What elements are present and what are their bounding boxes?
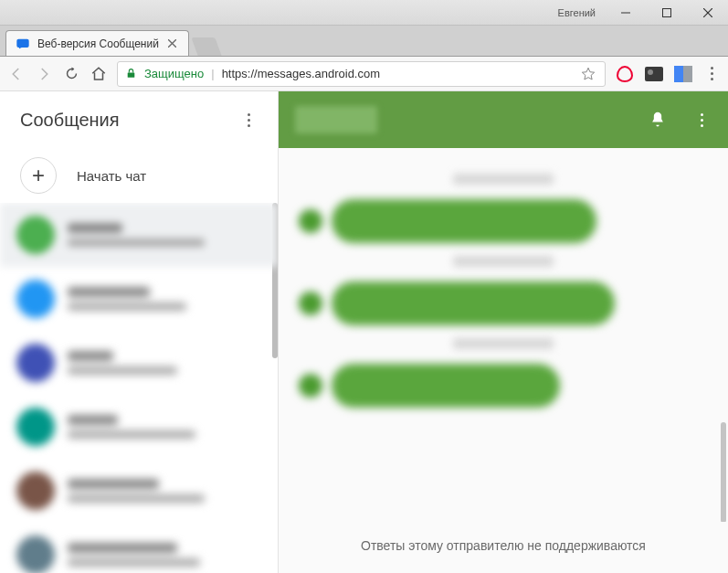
conversation-item[interactable]: [0, 459, 278, 523]
notifications-bell-icon[interactable]: [648, 110, 668, 130]
conversation-item[interactable]: [0, 267, 278, 331]
conversation-item[interactable]: [0, 395, 278, 459]
conversation-text: [68, 543, 261, 567]
day-separator: [299, 336, 708, 353]
address-divider: |: [211, 67, 214, 80]
browser-tab[interactable]: Веб-версия Сообщений: [5, 30, 189, 56]
conversation-text: [68, 415, 261, 439]
message-row: [299, 281, 708, 325]
day-separator: [299, 172, 708, 188]
translate-extension-icon[interactable]: [673, 64, 693, 84]
chat-scrollbar-thumb[interactable]: [721, 422, 726, 522]
message-bubble: [332, 281, 615, 325]
conversation-text: [68, 287, 261, 311]
messages-scroll-area[interactable]: [279, 148, 728, 522]
window-close-button[interactable]: [687, 0, 728, 26]
message-bubble: [332, 199, 596, 243]
window-titlebar: Евгений: [0, 0, 728, 26]
conversation-text: [68, 479, 261, 503]
nav-forward-button[interactable]: [35, 65, 53, 83]
lock-icon: [125, 68, 137, 80]
message-avatar: [299, 374, 322, 398]
browser-toolbar: Защищено | https://messages.android.com: [0, 57, 728, 91]
window-maximize-button[interactable]: [646, 0, 687, 26]
chat-header: [279, 91, 728, 148]
avatar: [16, 408, 55, 446]
sidebar-menu-button[interactable]: [239, 111, 258, 129]
camera-extension-icon[interactable]: [644, 64, 664, 84]
chat-contact-name: [295, 106, 377, 133]
chat-menu-button[interactable]: [691, 110, 712, 130]
conversation-item[interactable]: [0, 203, 278, 267]
conversation-item[interactable]: [0, 331, 278, 395]
browser-menu-button[interactable]: [702, 65, 721, 83]
message-row: [299, 199, 708, 243]
browser-tabstrip: Веб-версия Сообщений: [0, 26, 728, 57]
new-chat-button[interactable]: + Начать чат: [0, 148, 278, 203]
message-avatar: [299, 209, 322, 233]
avatar: [16, 216, 55, 254]
avatar: [16, 472, 55, 510]
plus-icon: +: [20, 157, 57, 194]
sidebar-header: Сообщения: [0, 91, 278, 148]
bookmark-star-icon[interactable]: [579, 65, 597, 83]
svg-rect-7: [128, 72, 135, 77]
address-bar[interactable]: Защищено | https://messages.android.com: [117, 61, 606, 87]
message-row: [299, 364, 708, 408]
conversation-text: [68, 351, 261, 375]
nav-home-button[interactable]: [90, 65, 108, 83]
conversation-item[interactable]: [0, 523, 278, 573]
message-avatar: [299, 292, 322, 315]
avatar: [16, 536, 55, 573]
tab-title: Веб-версия Сообщений: [37, 37, 159, 50]
windows-user-label: Евгений: [558, 7, 605, 18]
chat-pane: Ответы этому отправителю не поддерживают…: [279, 91, 728, 573]
nav-reload-button[interactable]: [62, 65, 80, 83]
secure-label: Защищено: [144, 67, 204, 80]
tab-close-icon[interactable]: [166, 37, 179, 50]
svg-rect-1: [662, 8, 670, 16]
messages-favicon-icon: [16, 37, 30, 51]
messages-app: Сообщения + Начать чат Ответы этому: [0, 91, 728, 573]
nav-back-button[interactable]: [7, 65, 26, 83]
sidebar: Сообщения + Начать чат: [0, 91, 279, 573]
new-chat-label: Начать чат: [77, 168, 146, 184]
opera-extension-icon[interactable]: [615, 64, 635, 84]
svg-rect-4: [16, 38, 28, 47]
window-minimize-button[interactable]: [605, 0, 646, 26]
avatar: [16, 280, 55, 318]
new-tab-button[interactable]: [191, 37, 221, 56]
sidebar-title: Сообщения: [20, 110, 120, 131]
avatar: [16, 344, 55, 382]
day-separator: [299, 254, 708, 271]
message-bubble: [332, 364, 560, 408]
conversation-text: [68, 223, 261, 247]
address-url: https://messages.android.com: [222, 67, 572, 80]
reply-disabled-notice: Ответы этому отправителю не поддерживают…: [279, 522, 728, 573]
conversation-list[interactable]: [0, 203, 278, 573]
